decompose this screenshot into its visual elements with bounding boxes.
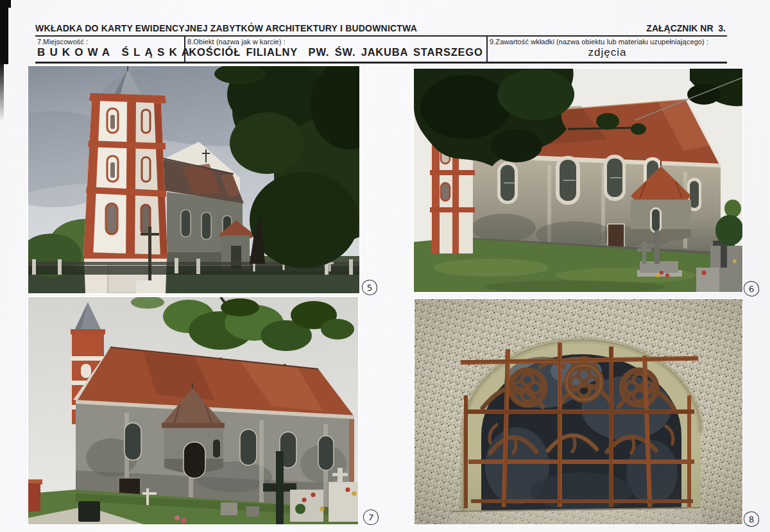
fields-row: 7.Miejscowość : BUKOWA ŚLĄSKA 8.Obiekt (… bbox=[35, 37, 727, 64]
photo-5-illustration bbox=[28, 66, 359, 293]
field-obiekt-label: 8.Obiekt (nazwa jak w karcie) : bbox=[187, 38, 484, 46]
scan-sheet: WKŁADKA DO KARTY EWIDENCYJNEJ ZABYTKÓW A… bbox=[0, 0, 770, 532]
photo-7-illustration bbox=[28, 297, 358, 524]
photo-church-side-view bbox=[414, 69, 742, 292]
photo-number-badge-5: 5 bbox=[361, 279, 378, 296]
field-miejscowosc-label: 7.Miejscowość : bbox=[37, 38, 182, 46]
photo-8-illustration bbox=[415, 299, 742, 524]
photo-window-grille-detail bbox=[415, 299, 742, 524]
document-title: WKŁADKA DO KARTY EWIDENCYJNEJ ZABYTKÓW A… bbox=[35, 23, 417, 33]
photo-number-badge-7: 7 bbox=[362, 508, 379, 526]
card-header: WKŁADKA DO KARTY EWIDENCYJNEJ ZABYTKÓW A… bbox=[35, 23, 727, 64]
field-miejscowosc-value: BUKOWA ŚLĄSKA bbox=[37, 46, 182, 59]
photo-6-illustration bbox=[414, 69, 742, 292]
field-miejscowosc: 7.Miejscowość : BUKOWA ŚLĄSKA bbox=[35, 37, 184, 62]
title-row: WKŁADKA DO KARTY EWIDENCYJNEJ ZABYTKÓW A… bbox=[35, 23, 727, 37]
annex-label: ZAŁĄCZNIK NR 3. bbox=[646, 23, 727, 33]
field-obiekt: 8.Obiekt (nazwa jak w karcie) : KOŚCIÓŁ … bbox=[184, 37, 486, 62]
field-zawartosc-label: 9.Zawartość wkładki (nazwa obiektu lub m… bbox=[490, 38, 725, 46]
photo-church-west-view bbox=[28, 66, 359, 293]
field-obiekt-value: KOŚCIÓŁ FILIALNY PW. ŚW. JAKUBA STARSZEG… bbox=[187, 46, 484, 58]
scan-artifact-strip bbox=[0, 0, 8, 64]
field-zawartosc: 9.Zawartość wkładki (nazwa obiektu lub m… bbox=[486, 37, 727, 62]
photo-number-badge-8: 8 bbox=[744, 511, 760, 528]
photo-number-badge-6: 6 bbox=[743, 280, 760, 297]
scan-artifact-fade bbox=[0, 63, 4, 122]
field-zawartosc-value: zdjęcia bbox=[490, 46, 725, 59]
photo-church-east-view bbox=[28, 297, 358, 524]
